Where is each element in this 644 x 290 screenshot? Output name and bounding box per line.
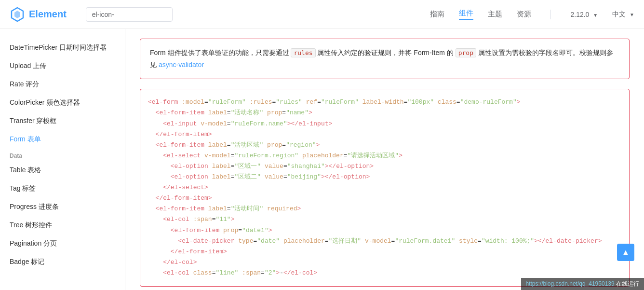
info-code-rules: rules bbox=[291, 48, 315, 57]
lang-chevron: ▼ bbox=[630, 12, 634, 17]
svg-marker-1 bbox=[14, 11, 20, 18]
sidebar-item-upload[interactable]: Upload 上传 bbox=[0, 57, 125, 75]
header: Element 指南 组件 主题 资源 2.12.0 ▼ 中文 ▼ bbox=[0, 0, 644, 29]
bottom-action: 在线运行 bbox=[616, 280, 639, 287]
sidebar-item-pagination[interactable]: Pagination 分页 bbox=[0, 235, 125, 253]
nav-components[interactable]: 组件 bbox=[459, 9, 473, 20]
nav-resources[interactable]: 资源 bbox=[517, 10, 531, 19]
sidebar-item-badge[interactable]: Badge 标记 bbox=[0, 253, 125, 271]
scroll-top-icon: ▲ bbox=[622, 248, 630, 257]
info-box: Form 组件提供了表单验证的功能，只需要通过 rules 属性传入约定的验证规… bbox=[140, 39, 630, 79]
logo: Element bbox=[10, 7, 67, 22]
sidebar-item-transfer[interactable]: Transfer 穿梭框 bbox=[0, 112, 125, 130]
sidebar-item-form[interactable]: Form 表单 bbox=[0, 130, 125, 149]
sidebar-item-tree[interactable]: Tree 树形控件 bbox=[0, 216, 125, 235]
nav-divider bbox=[550, 10, 551, 19]
info-code-prop: prop bbox=[456, 48, 476, 57]
search-input[interactable] bbox=[86, 7, 173, 22]
logo-icon bbox=[10, 7, 25, 22]
nav-version[interactable]: 2.12.0 ▼ bbox=[570, 11, 598, 18]
sidebar: DateTimePicker 日期时间选择器 Upload 上传 Rate 评分… bbox=[0, 29, 125, 290]
main-content: Form 组件提供了表单验证的功能，只需要通过 rules 属性传入约定的验证规… bbox=[125, 29, 644, 290]
sidebar-section-data: Data bbox=[0, 149, 125, 161]
sidebar-item-datetimepicker[interactable]: DateTimePicker 日期时间选择器 bbox=[0, 39, 125, 57]
main-nav: 指南 组件 主题 资源 2.12.0 ▼ 中文 ▼ bbox=[430, 9, 634, 20]
code-block: <el-form :model="ruleForm" :rules="rules… bbox=[140, 89, 630, 287]
version-chevron: ▼ bbox=[593, 13, 598, 18]
logo-text: Element bbox=[29, 9, 67, 20]
sidebar-item-rate[interactable]: Rate 评分 bbox=[0, 75, 125, 94]
sidebar-item-colorpicker[interactable]: ColorPicker 颜色选择器 bbox=[0, 94, 125, 112]
sidebar-item-progress[interactable]: Progress 进度条 bbox=[0, 198, 125, 216]
scroll-top-button[interactable]: ▲ bbox=[617, 244, 634, 261]
info-link-validator[interactable]: async-validator bbox=[159, 61, 204, 69]
nav-guide[interactable]: 指南 bbox=[430, 10, 444, 19]
layout: DateTimePicker 日期时间选择器 Upload 上传 Rate 评分… bbox=[0, 29, 644, 290]
nav-language[interactable]: 中文 ▼ bbox=[612, 10, 634, 19]
info-text-2: 属性传入约定的验证规则，并将 Form-Item 的 bbox=[317, 49, 453, 56]
sidebar-item-tag[interactable]: Tag 标签 bbox=[0, 180, 125, 198]
bottom-url[interactable]: https://blog.csdn.net/qq_41950139 bbox=[526, 280, 615, 287]
bottom-bar: https://blog.csdn.net/qq_41950139 在线运行 bbox=[521, 278, 644, 290]
sidebar-item-table[interactable]: Table 表格 bbox=[0, 161, 125, 180]
info-text-1: Form 组件提供了表单验证的功能，只需要通过 bbox=[150, 49, 289, 56]
nav-theme[interactable]: 主题 bbox=[488, 10, 502, 19]
